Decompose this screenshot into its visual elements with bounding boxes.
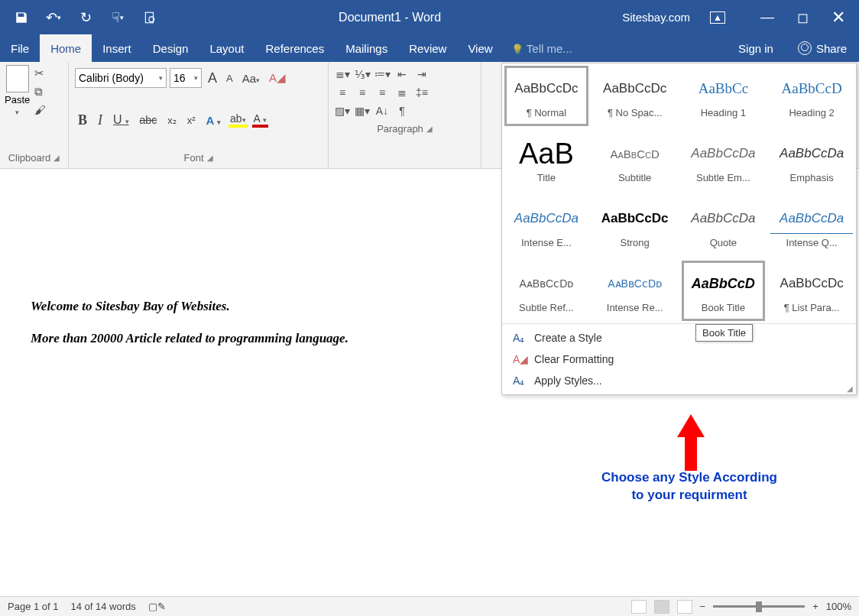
zoom-level[interactable]: 100% — [826, 601, 851, 612]
tab-home[interactable]: Home — [40, 34, 92, 62]
styles-menu: A₄ Create a Style A◢ Clear Formatting A₄… — [502, 323, 856, 394]
style-label: Subtle Em... — [682, 169, 765, 183]
resize-grip-icon[interactable]: ◢ — [847, 384, 853, 393]
style-preview: AaBbCcDc — [594, 73, 676, 104]
tab-design[interactable]: Design — [142, 34, 199, 62]
change-case-button[interactable]: Aa▾ — [239, 70, 263, 86]
justify-button[interactable]: ≣ — [394, 86, 410, 99]
numbering-button[interactable]: ⅓▾ — [355, 68, 370, 80]
zoom-in-button[interactable]: + — [812, 601, 818, 612]
maximize-button[interactable]: ◻ — [797, 9, 809, 26]
paste-button[interactable]: Paste▾ — [5, 65, 30, 117]
style-item-subtle-ref-[interactable]: AᴀBʙCᴄDᴅSubtle Ref... — [502, 258, 591, 323]
tab-mailings[interactable]: Mailings — [335, 34, 398, 62]
show-marks-button[interactable]: ¶ — [394, 105, 410, 117]
style-item--no-spac-[interactable]: AaBbCcDc¶ No Spac... — [591, 63, 679, 128]
decrease-indent-button[interactable]: ⇤ — [394, 68, 410, 80]
redo-icon[interactable]: ↻ — [78, 10, 93, 25]
superscript-button[interactable]: x² — [184, 113, 199, 128]
shading-button[interactable]: ▨▾ — [335, 105, 350, 117]
tab-file[interactable]: File — [0, 34, 40, 62]
tab-layout[interactable]: Layout — [199, 34, 254, 62]
print-layout-button[interactable] — [654, 600, 669, 614]
copy-icon[interactable]: ⧉ — [34, 85, 46, 99]
paragraph-label: Paragraph — [377, 123, 423, 135]
style-tooltip: Book Title — [695, 324, 753, 342]
shrink-font-button[interactable]: A — [223, 71, 236, 86]
grow-font-button[interactable]: A — [205, 69, 220, 88]
style-item-subtitle[interactable]: AaBbCcDSubtitle — [591, 128, 679, 193]
apply-styles-menuitem[interactable]: A₄ Apply Styles... — [502, 370, 856, 391]
paragraph-launcher-icon[interactable]: ◢ — [426, 125, 433, 133]
borders-button[interactable]: ▦▾ — [355, 105, 370, 117]
multilevel-button[interactable]: ≔▾ — [374, 68, 390, 80]
tab-insert[interactable]: Insert — [92, 34, 142, 62]
style-item-intense-q-[interactable]: AaBbCcDaIntense Q... — [767, 193, 856, 258]
italic-button[interactable]: I — [95, 111, 105, 130]
font-size-select[interactable]: 16▾ — [170, 68, 202, 88]
font-color-button[interactable]: A ▾ — [252, 112, 268, 128]
format-painter-icon[interactable]: 🖌 — [34, 103, 46, 116]
clear-formatting-menuitem[interactable]: A◢ Clear Formatting — [502, 349, 856, 370]
share-button[interactable]: Share — [786, 34, 859, 62]
tab-references[interactable]: References — [254, 34, 335, 62]
zoom-slider[interactable] — [713, 605, 805, 608]
tab-review[interactable]: Review — [398, 34, 457, 62]
style-preview: AᴀBʙCᴄDᴅ — [594, 268, 676, 299]
align-left-button[interactable]: ≡ — [335, 86, 350, 99]
create-style-icon: A₄ — [513, 332, 527, 344]
style-label: Subtle Ref... — [505, 299, 588, 313]
font-launcher-icon[interactable]: ◢ — [207, 154, 213, 162]
close-button[interactable]: ✕ — [831, 8, 845, 28]
style-item-intense-re-[interactable]: AᴀBʙCᴄDᴅIntense Re... — [591, 258, 679, 323]
font-name-select[interactable]: Calibri (Body)▾ — [75, 68, 167, 88]
create-style-menuitem[interactable]: A₄ Create a Style — [502, 327, 856, 349]
style-item-heading-1[interactable]: AaBbCcHeading 1 — [679, 63, 768, 128]
highlight-button[interactable]: ab▾ — [229, 112, 248, 128]
style-item-strong[interactable]: AaBbCcDcStrong — [591, 193, 679, 258]
touch-mode-icon[interactable]: ☟▾ — [110, 10, 125, 25]
style-item-book-title[interactable]: AaBbCcDBook Title — [679, 258, 768, 323]
undo-icon[interactable]: ↶▾ — [46, 10, 61, 25]
sign-in-link[interactable]: Sign in — [726, 34, 786, 62]
style-preview: AaBbCcDc — [594, 203, 676, 234]
tab-view[interactable]: View — [457, 34, 503, 62]
apply-styles-icon: A₄ — [513, 374, 527, 387]
save-icon[interactable] — [14, 10, 29, 25]
ribbon-options-icon[interactable]: ▲ — [710, 11, 725, 24]
font-group: Calibri (Body)▾ 16▾ A A Aa▾ A◢ B I U ▾ a… — [69, 62, 329, 168]
line-spacing-button[interactable]: ‡≡ — [414, 86, 430, 99]
style-item-emphasis[interactable]: AaBbCcDaEmphasis — [767, 128, 856, 193]
word-count[interactable]: 14 of 14 words — [71, 601, 136, 612]
text-effects-button[interactable]: A ▾ — [203, 112, 224, 128]
read-mode-button[interactable] — [631, 600, 647, 614]
style-item--list-para-[interactable]: AaBbCcDc¶ List Para... — [767, 258, 856, 323]
page-indicator[interactable]: Page 1 of 1 — [8, 601, 59, 612]
style-item-subtle-em-[interactable]: AaBbCcDaSubtle Em... — [679, 128, 768, 193]
document-title: Document1 - Word — [157, 11, 622, 24]
align-right-button[interactable]: ≡ — [374, 86, 390, 99]
style-item-title[interactable]: AaBTitle — [502, 128, 591, 193]
sort-button[interactable]: A↓ — [374, 105, 390, 117]
zoom-out-button[interactable]: − — [700, 601, 706, 612]
underline-button[interactable]: U ▾ — [110, 112, 132, 128]
bold-button[interactable]: B — [75, 111, 90, 130]
tell-me-search[interactable]: Tell me... — [504, 34, 580, 62]
subscript-button[interactable]: x₂ — [164, 113, 180, 128]
style-item--normal[interactable]: AaBbCcDc¶ Normal — [502, 63, 591, 128]
print-preview-icon[interactable] — [142, 10, 157, 25]
style-item-heading-2[interactable]: AaBbCcDHeading 2 — [767, 63, 856, 128]
cut-icon[interactable]: ✂ — [34, 66, 46, 80]
style-preview: AaBbCc — [682, 73, 765, 104]
bullets-button[interactable]: ≣▾ — [335, 68, 350, 80]
strikethrough-button[interactable]: abc — [137, 112, 160, 128]
proofing-icon[interactable]: ▢✎ — [148, 601, 166, 612]
clipboard-launcher-icon[interactable]: ◢ — [53, 154, 60, 162]
align-center-button[interactable]: ≡ — [355, 86, 370, 99]
web-layout-button[interactable] — [677, 600, 692, 614]
clear-formatting-button[interactable]: A◢ — [266, 70, 289, 86]
style-item-quote[interactable]: AaBbCcDaQuote — [679, 193, 768, 258]
style-item-intense-e-[interactable]: AaBbCcDaIntense E... — [502, 193, 591, 258]
increase-indent-button[interactable]: ⇥ — [414, 68, 430, 80]
minimize-button[interactable]: ― — [760, 9, 774, 25]
